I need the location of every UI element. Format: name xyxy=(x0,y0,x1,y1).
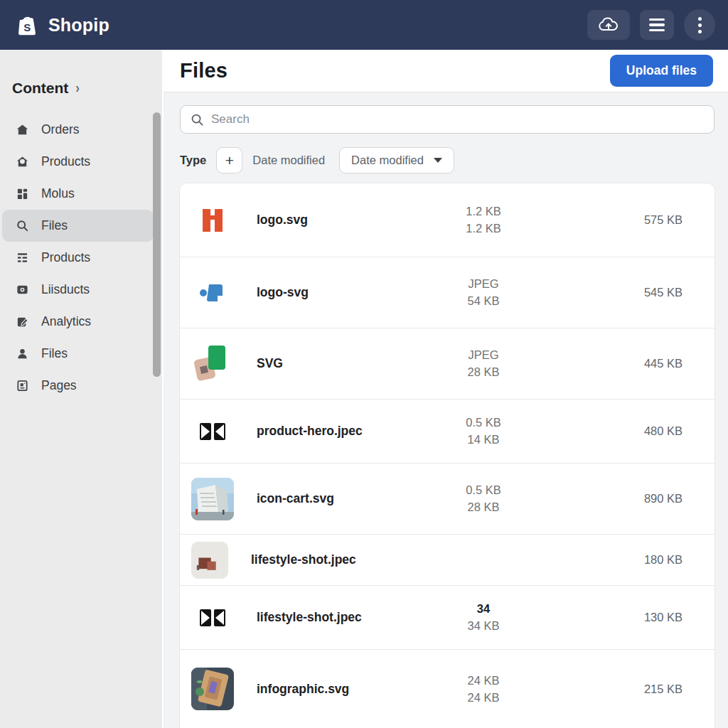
file-meta: 0.5 KB 28 KB xyxy=(434,483,533,514)
file-meta-secondary: 54 KB xyxy=(434,294,533,308)
sidebar-item-molus[interactable]: Molus xyxy=(2,178,154,210)
cloud-upload-icon xyxy=(598,16,619,33)
brand-name: Shopip xyxy=(48,15,109,36)
sidebar-nav: Orders Products Molus Files Products Lii… xyxy=(0,114,162,402)
file-meta: 24 KB 24 KB xyxy=(434,674,533,705)
media-icon xyxy=(15,283,29,297)
file-name: lifestyle-shot.jpec xyxy=(257,610,434,625)
edit-note-icon xyxy=(15,315,29,329)
file-name: SVG xyxy=(257,356,434,371)
file-list: logo.svg 1.2 KB 1.2 KB 575 KB logo-svg J… xyxy=(180,183,714,728)
file-size: 130 KB xyxy=(619,611,682,624)
search-icon xyxy=(191,113,204,127)
file-name: lifestyle-shot.jpec xyxy=(251,552,434,567)
sidebar-item-products[interactable]: Products xyxy=(2,242,154,274)
person-icon xyxy=(15,347,29,361)
sidebar-item-products[interactable]: Products xyxy=(2,146,154,178)
file-row[interactable]: infographic.svg 24 KB 24 KB 215 KB xyxy=(180,650,714,728)
file-meta: 34 34 KB xyxy=(434,602,533,633)
file-meta-primary: 1.2 KB xyxy=(434,205,533,218)
file-meta: 1.2 KB 1.2 KB xyxy=(434,205,533,235)
sidebar: Content › Orders Products Molus Files Pr… xyxy=(0,50,164,728)
file-row[interactable]: lifestyle-shot.jpec 180 KB xyxy=(180,535,714,586)
file-meta-secondary: 1.2 KB xyxy=(434,222,533,235)
add-filter-button[interactable]: + xyxy=(216,147,242,173)
search-icon xyxy=(15,219,29,233)
chevron-right-icon: › xyxy=(75,80,80,97)
kebab-icon xyxy=(698,17,702,33)
file-row[interactable]: icon-cart.svg 0.5 KB 28 KB 890 KB xyxy=(180,464,714,535)
file-meta-secondary: 24 KB xyxy=(434,691,533,705)
file-size: 215 KB xyxy=(619,682,682,696)
collections-icon xyxy=(15,251,29,265)
search-bar xyxy=(180,105,714,134)
file-name: icon-cart.svg xyxy=(257,491,434,506)
page-title: Files xyxy=(180,59,228,82)
file-meta-primary: JPEG xyxy=(434,277,533,291)
file-meta-secondary: 34 KB xyxy=(434,619,533,633)
file-meta-secondary: 28 KB xyxy=(434,500,533,514)
file-size: 445 KB xyxy=(619,357,682,370)
black-glyph-thumbnail xyxy=(191,410,234,453)
sidebar-item-label: Files xyxy=(41,218,68,233)
type-filter-label: Type xyxy=(180,154,206,167)
sidebar-item-pages[interactable]: Pages xyxy=(2,370,154,402)
file-meta-primary: JPEG xyxy=(434,348,533,362)
upload-files-button[interactable]: Upload files xyxy=(610,55,713,87)
green-card-thumbnail xyxy=(191,343,234,385)
file-size: 480 KB xyxy=(619,424,682,438)
sidebar-header-label: Content xyxy=(12,80,68,97)
file-meta-secondary: 28 KB xyxy=(434,365,533,379)
hamburger-icon xyxy=(649,18,665,32)
file-size: 890 KB xyxy=(619,492,682,505)
grid-icon xyxy=(15,187,29,201)
orange-logo-thumbnail xyxy=(191,199,234,242)
filter-row: Type + Date modified Date modified xyxy=(180,147,714,173)
topbar-actions xyxy=(587,9,715,41)
sidebar-header[interactable]: Content › xyxy=(0,50,162,114)
pages-icon xyxy=(15,379,29,393)
sidebar-item-label: Products xyxy=(41,250,90,265)
sidebar-item-liisducts[interactable]: Liisducts xyxy=(2,274,154,306)
sidebar-item-orders[interactable]: Orders xyxy=(2,114,154,146)
menu-button[interactable] xyxy=(640,10,674,40)
svg-text:S: S xyxy=(23,21,31,33)
brown-blocks-thumbnail xyxy=(191,542,228,579)
sidebar-item-label: Files xyxy=(41,346,68,361)
file-row[interactable]: logo.svg 1.2 KB 1.2 KB 575 KB xyxy=(180,183,714,257)
sidebar-item-files[interactable]: Files xyxy=(2,338,154,370)
sidebar-item-analytics[interactable]: Analytics xyxy=(2,306,154,338)
sidebar-item-files[interactable]: Files xyxy=(2,210,154,242)
topbar: S Shopip xyxy=(0,0,728,50)
black-glyph-thumbnail xyxy=(191,596,234,639)
sidebar-item-label: Liisducts xyxy=(41,282,90,297)
file-meta-primary: 34 xyxy=(434,602,533,616)
search-input[interactable] xyxy=(211,112,704,127)
file-meta-primary: 0.5 KB xyxy=(434,483,533,497)
file-size: 575 KB xyxy=(619,213,682,227)
shopify-bag-logo-icon: S xyxy=(14,12,40,38)
file-row[interactable]: product-hero.jpec 0.5 KB 14 KB 480 KB xyxy=(180,400,714,464)
file-row[interactable]: SVG JPEG 28 KB 445 KB xyxy=(180,328,714,400)
file-name: product-hero.jpec xyxy=(257,424,434,439)
file-meta: 0.5 KB 14 KB xyxy=(434,416,533,446)
craft-photo-thumbnail xyxy=(191,668,234,710)
store-icon xyxy=(15,155,29,169)
sidebar-scrollbar[interactable] xyxy=(153,112,161,377)
brand: S Shopip xyxy=(14,12,109,38)
file-row[interactable]: lifestyle-shot.jpec 34 34 KB 130 KB xyxy=(180,586,714,650)
file-meta-primary: 0.5 KB xyxy=(434,416,533,429)
cloud-upload-button[interactable] xyxy=(587,10,630,40)
page-header: Files Upload files xyxy=(164,50,728,92)
date-modified-dropdown[interactable]: Date modified xyxy=(339,147,454,173)
file-meta-secondary: 14 KB xyxy=(434,433,533,446)
sidebar-item-label: Orders xyxy=(41,122,79,137)
date-modified-label: Date modified xyxy=(252,154,325,167)
sidebar-item-label: Products xyxy=(41,154,90,169)
file-meta: JPEG 54 KB xyxy=(434,277,533,308)
file-row[interactable]: logo-svg JPEG 54 KB 545 KB xyxy=(180,257,714,328)
file-name: logo-svg xyxy=(257,285,434,300)
overflow-button[interactable] xyxy=(684,9,715,41)
file-name: infographic.svg xyxy=(257,682,434,697)
file-meta-primary: 24 KB xyxy=(434,674,533,687)
